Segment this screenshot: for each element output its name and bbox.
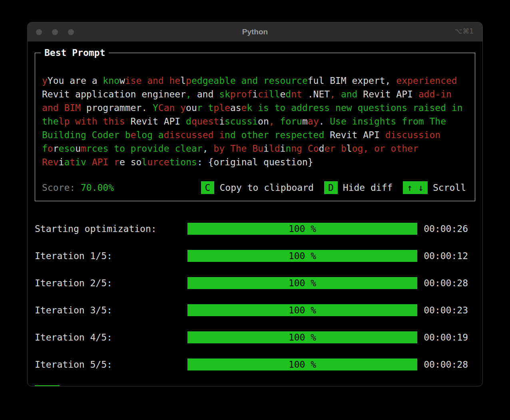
diff-segment: as: [230, 103, 241, 113]
progress-percent: 100 %: [289, 278, 316, 288]
esc-key-badge[interactable]: ESC: [35, 385, 60, 386]
diff-segment: d: [186, 116, 191, 127]
progress-time: 00:00:28: [417, 278, 475, 288]
diff-segment: u: [75, 143, 81, 154]
score-label: Score:: [42, 182, 81, 193]
diff-segment: ise and he: [125, 75, 180, 86]
progress-bar: 100 %: [187, 359, 417, 370]
diff-segment: so: [131, 157, 142, 167]
progress-bar: 100 %: [187, 304, 417, 316]
diff-segment: other respected: [236, 130, 325, 140]
diff-segment: r: [53, 143, 59, 154]
diff-segment: i: [219, 130, 225, 140]
progress-label: Starting optimization:: [35, 224, 187, 234]
footer-left: ESC Exit: [35, 385, 89, 386]
terminal-window: Python ⌥⌘1 Best Prompt yYou are a knowis…: [27, 22, 483, 386]
zoom-button[interactable]: [68, 29, 74, 35]
scroll-label: Scroll: [433, 182, 466, 193]
titlebar: Python ⌥⌘1: [28, 22, 482, 42]
diff-segment: Revit API: [357, 89, 418, 99]
diff-line: Building Coder belog adiscussed ind othe…: [42, 128, 468, 142]
diff-segment: is to address new questions raised in: [252, 103, 462, 113]
diff-segment: API: [86, 157, 114, 167]
diff-line: foresoumrces to provide clear, by The Bu…: [42, 142, 468, 155]
close-button[interactable]: [36, 29, 42, 35]
diff-segment: log: [136, 130, 153, 140]
diff-segment: rces: [86, 143, 108, 154]
window-title: Python: [28, 28, 482, 36]
diff-segment: and BIM: [42, 103, 86, 113]
diff-segment: Revit API: [324, 130, 385, 140]
progress-bar: 100 %: [187, 223, 417, 235]
diff-segment: kno: [103, 75, 120, 86]
diff-segment: discussion: [385, 130, 440, 140]
diff-segment: i: [59, 157, 64, 167]
diff-segment: t: [70, 157, 75, 167]
diff-segment: e: [280, 89, 286, 99]
diff-segment: w: [120, 75, 125, 86]
hide-diff-key-badge[interactable]: D: [324, 181, 338, 194]
diff-segment: i: [263, 143, 269, 154]
diff-segment: {original question}: [203, 157, 313, 167]
progress-percent: 100 %: [289, 332, 316, 343]
progress-label: Iteration 4/5:: [35, 332, 187, 343]
diff-segment: quest: [191, 116, 219, 127]
diff-segment: ,: [186, 89, 191, 99]
diff-segment: o: [48, 143, 53, 154]
diff-segment: k: [247, 103, 252, 113]
progress-row: Iteration 1/5:100 %00:00:12: [35, 250, 475, 262]
diff-segment: Use insights from The: [324, 116, 446, 127]
score-value: 70.00%: [81, 182, 114, 193]
progress-row: Iteration 4/5:100 %00:00:19: [35, 331, 475, 343]
diff-segment: og: [352, 143, 363, 154]
diff-segment: and: [341, 89, 358, 99]
progress-row: Iteration 2/5:100 %00:00:28: [35, 277, 475, 289]
diff-segment: Revit application engineer: [42, 89, 186, 99]
diff-segment: ll: [269, 89, 280, 99]
diff-segment: experienced: [396, 75, 457, 86]
scroll-key-badge[interactable]: ↑ ↓: [403, 181, 428, 194]
diff-segment: r: [114, 157, 120, 167]
progress-bar: 100 %: [187, 331, 417, 343]
diff-segment: b: [125, 130, 131, 140]
minimize-button[interactable]: [52, 29, 58, 35]
diff-segment: .: [319, 116, 324, 127]
action-hints: CCopy to clipboardDHide diff↑ ↓Scroll: [201, 181, 468, 194]
progress-row: Starting optimization:100 %00:00:26: [35, 223, 475, 235]
diff-segment: [153, 130, 158, 140]
progress-percent: 100 %: [289, 359, 316, 370]
diff-segment: i: [280, 143, 286, 154]
terminal-content: Best Prompt yYou are a knowise and helpe…: [28, 42, 482, 386]
diff-segment: i: [219, 116, 225, 127]
diff-segment: ple: [213, 103, 230, 113]
diff-segment: f: [42, 143, 48, 154]
diff-segment: y: [180, 103, 186, 113]
diff-segment: [175, 103, 180, 113]
diff-segment: lp with this: [59, 116, 125, 127]
prompt-diff-text: yYou are a knowise and helpedgeable and …: [42, 74, 468, 169]
diff-segment: Can: [158, 103, 175, 113]
diff-segment: .NET: [302, 89, 330, 99]
diff-segment: nd: [225, 130, 236, 140]
diff-segment: ,: [330, 89, 335, 99]
best-prompt-panel: Best Prompt yYou are a knowise and helpe…: [35, 53, 475, 201]
diff-segment: [203, 103, 208, 113]
diff-segment: programmer.: [86, 103, 153, 113]
diff-line: Reviativ API re solurcetions: {original …: [42, 155, 468, 169]
diff-segment: n: [285, 143, 291, 154]
diff-segment: er b: [324, 143, 346, 154]
diff-segment: ay: [308, 116, 319, 127]
diff-line: Revit application engineer, and skprofic…: [42, 87, 468, 101]
diff-segment: e: [241, 103, 247, 113]
diff-segment: i: [252, 89, 258, 99]
progress-time: 00:00:12: [417, 251, 475, 261]
diff-segment: m: [81, 143, 86, 154]
progress-bar: 100 %: [187, 250, 417, 262]
diff-segment: edgeable and resource: [191, 75, 308, 86]
diff-segment: d: [319, 143, 325, 154]
copy-key-badge[interactable]: C: [201, 181, 215, 194]
diff-segment: e: [131, 130, 136, 140]
diff-segment: Co: [302, 143, 319, 154]
diff-segment: :: [197, 157, 203, 167]
diff-segment: add-in: [418, 89, 452, 99]
